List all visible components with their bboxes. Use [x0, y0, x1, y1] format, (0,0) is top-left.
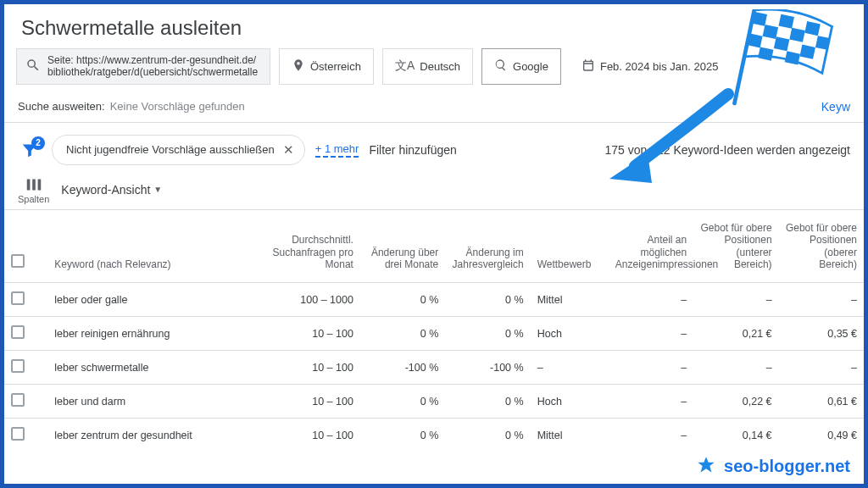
cell-volume: 10 – 100 [248, 317, 360, 351]
columns-button[interactable]: Spalten [18, 175, 49, 204]
cell-competition: Hoch [531, 385, 609, 419]
table-row: leber oder galle100 – 10000 %0 %Mittel––… [4, 283, 864, 317]
cell-bid-low: – [693, 283, 778, 317]
results-count: 175 von 222 Keyword-Ideen werden angezei… [604, 143, 850, 157]
calendar-icon [581, 58, 595, 75]
table-row: leber zentrum der gesundheit10 – 1000 %0… [4, 419, 864, 452]
adult-filter-chip[interactable]: Nicht jugendfreie Vorschläge ausschließe… [52, 135, 305, 165]
columns-button-label: Spalten [18, 194, 49, 204]
cell-change-3m: 0 % [360, 317, 445, 351]
row-checkbox[interactable] [11, 427, 25, 441]
row-checkbox[interactable] [11, 325, 25, 339]
cell-impr-share: – [609, 419, 693, 452]
language-filter[interactable]: 文A Deutsch [382, 48, 473, 85]
view-row: Spalten Keyword-Ansicht ▼ [4, 169, 864, 209]
adult-filter-chip-label: Nicht jugendfreie Vorschläge ausschließe… [66, 143, 275, 156]
col-competition[interactable]: Wettbewerb [531, 209, 609, 283]
table-row: leber reinigen ernährung10 – 1000 %0 %Ho… [4, 317, 864, 351]
cell-keyword[interactable]: leber zentrum der gesundheit [47, 419, 248, 452]
network-filter-label: Google [513, 60, 548, 73]
cell-bid-low: 0,14 € [693, 419, 778, 452]
expand-search-label: Suche ausweiten: [18, 100, 105, 113]
cell-impr-share: – [609, 317, 693, 351]
cell-bid-high: 0,61 € [779, 385, 864, 419]
view-dropdown[interactable]: Keyword-Ansicht ▼ [61, 183, 162, 197]
cell-change-yoy: -100 % [445, 351, 530, 385]
cell-bid-low: 0,22 € [693, 385, 778, 419]
col-impr-share[interactable]: Anteil an möglichen Anzeigenimpressionen [609, 209, 693, 283]
cell-change-yoy: 0 % [445, 283, 530, 317]
brand-watermark: seo-blogger.net [695, 455, 850, 477]
row-checkbox[interactable] [11, 359, 25, 373]
close-icon[interactable]: ✕ [283, 142, 294, 158]
cell-change-yoy: 0 % [445, 317, 530, 351]
cell-change-3m: 0 % [360, 283, 445, 317]
expand-search-value: Keine Vorschläge gefunden [110, 100, 821, 113]
cell-competition: Hoch [531, 317, 609, 351]
cell-change-3m: 0 % [360, 385, 445, 419]
keyword-link-cut[interactable]: Keyw [821, 100, 850, 114]
language-filter-label: Deutsch [420, 60, 460, 73]
cell-change-3m: 0 % [360, 419, 445, 452]
col-keyword[interactable]: Keyword (nach Relevanz) [47, 209, 248, 283]
site-filter[interactable]: Seite: https://www.zentrum-der-gesundhei… [16, 48, 270, 85]
cell-volume: 10 – 100 [248, 385, 360, 419]
col-volume[interactable]: Durchschnittl. Suchanfragen pro Monat [248, 209, 360, 283]
col-change-yoy[interactable]: Änderung im Jahresvergleich [445, 209, 530, 283]
cell-bid-low: – [693, 351, 778, 385]
col-bid-low[interactable]: Gebot für obere Positionen (unterer Bere… [693, 209, 778, 283]
active-filters-count: 2 [31, 136, 45, 150]
site-filter-text: Seite: https://www.zentrum-der-gesundhei… [47, 54, 261, 79]
cell-competition: Mittel [531, 419, 609, 452]
more-filters-link[interactable]: + 1 mehr [315, 142, 359, 158]
cell-keyword[interactable]: leber reinigen ernährung [47, 317, 248, 351]
chevron-down-icon: ▼ [153, 185, 162, 194]
cell-impr-share: – [609, 385, 693, 419]
col-change-3m[interactable]: Änderung über drei Monate [360, 209, 445, 283]
filter-bar: Seite: https://www.zentrum-der-gesundhei… [4, 45, 864, 92]
cell-change-yoy: 0 % [445, 385, 530, 419]
active-filters-icon[interactable]: 2 [18, 138, 42, 162]
page-title: Schwermetalle ausleiten [4, 4, 864, 45]
cell-volume: 10 – 100 [248, 351, 360, 385]
search-icon [25, 58, 41, 75]
keyword-table: Keyword (nach Relevanz) Durchschnittl. S… [4, 209, 864, 452]
cell-keyword[interactable]: leber schwermetalle [47, 351, 248, 385]
table-row: leber schwermetalle10 – 100-100 %-100 %–… [4, 351, 864, 385]
cell-bid-low: 0,21 € [693, 317, 778, 351]
brand-watermark-label: seo-blogger.net [724, 457, 850, 476]
translate-icon: 文A [395, 58, 415, 74]
cell-competition: Mittel [531, 283, 609, 317]
cell-volume: 100 – 1000 [248, 283, 360, 317]
col-bid-high[interactable]: Gebot für obere Positionen (oberer Berei… [779, 209, 864, 283]
table-row: leber und darm10 – 1000 %0 %Hoch–0,22 €0… [4, 385, 864, 419]
search-network-icon [494, 58, 508, 75]
cell-impr-share: – [609, 283, 693, 317]
expand-search-row: Suche ausweiten: Keine Vorschläge gefund… [4, 92, 864, 123]
country-filter-label: Österreich [310, 60, 361, 73]
add-filter-link[interactable]: Filter hinzufügen [369, 143, 457, 157]
cell-impr-share: – [609, 351, 693, 385]
location-pin-icon [292, 58, 305, 75]
filters-chip-row: 2 Nicht jugendfreie Vorschläge ausschlie… [4, 123, 864, 169]
cell-bid-high: 0,35 € [779, 317, 864, 351]
cell-keyword[interactable]: leber oder galle [47, 283, 248, 317]
date-range-filter[interactable]: Feb. 2024 bis Jan. 2025 [570, 48, 731, 85]
country-filter[interactable]: Österreich [279, 48, 374, 85]
cell-bid-high: – [779, 283, 864, 317]
cell-bid-high: – [779, 351, 864, 385]
cell-competition: – [531, 351, 609, 385]
row-checkbox[interactable] [11, 291, 25, 305]
network-filter[interactable]: Google [481, 48, 561, 85]
cell-change-yoy: 0 % [445, 419, 530, 452]
cell-volume: 10 – 100 [248, 419, 360, 452]
cell-change-3m: -100 % [360, 351, 445, 385]
select-all-checkbox[interactable] [11, 254, 25, 268]
view-dropdown-label: Keyword-Ansicht [61, 183, 150, 197]
row-checkbox[interactable] [11, 393, 25, 407]
date-range-label: Feb. 2024 bis Jan. 2025 [600, 60, 719, 73]
cell-keyword[interactable]: leber und darm [47, 385, 248, 419]
cell-bid-high: 0,49 € [779, 419, 864, 452]
